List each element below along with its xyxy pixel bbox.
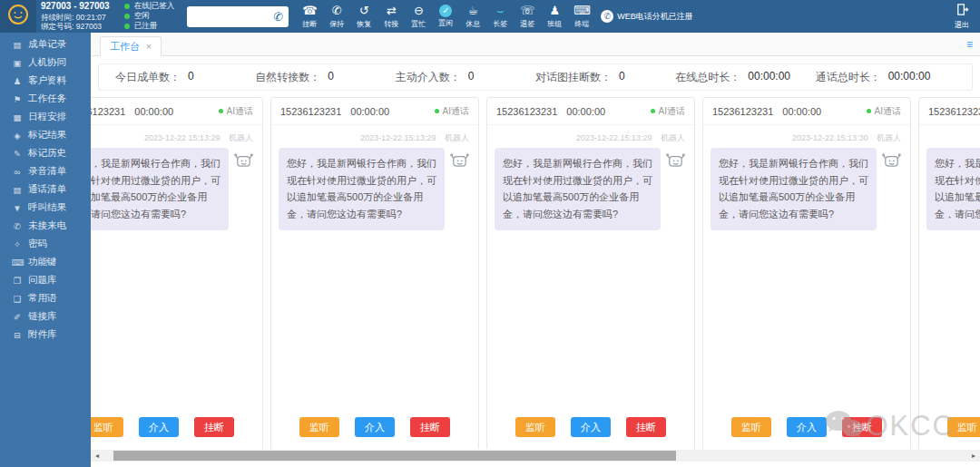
sidebar-item[interactable]: ✧ 密码 [0, 235, 91, 253]
scrollbar-thumb[interactable] [113, 451, 676, 461]
sidebar-item[interactable]: ✐ 链接库 [0, 307, 91, 326]
sidebar-item-label: 密码 [28, 238, 47, 250]
scroll-right-arrow-icon[interactable]: ▸ [967, 450, 980, 462]
agent-avatar [0, 0, 36, 33]
sidebar-item[interactable]: ▦ 日程安排 [0, 108, 91, 126]
sidebar-item[interactable]: ▤ 成单记录 [0, 35, 91, 54]
stat-value: 0 [188, 70, 194, 85]
tab-close-icon[interactable]: × [146, 42, 152, 52]
sidebar-item[interactable]: ⚑ 工作任务 [0, 90, 91, 108]
message-sender: 机器人 [877, 133, 901, 142]
intervene-button[interactable]: 介入 [139, 417, 179, 437]
monitor-button[interactable]: 监听 [91, 417, 123, 437]
stat-value: 0 [468, 70, 475, 85]
message-meta: 2023-12-22 15:13:30 机器人 [926, 132, 980, 144]
telephony-action-button[interactable]: ⌨ 终端 [568, 4, 595, 29]
sidebar-item-label: 通话清单 [28, 183, 66, 196]
intervene-button[interactable]: 介入 [787, 417, 827, 437]
telephony-action-button[interactable]: ☎ 挂断 [296, 4, 323, 29]
message-timestamp: 2023-12-22 15:13:29 [576, 133, 652, 142]
call-card-header: 15236123231 00:00:00 AI通话 [703, 98, 910, 125]
telephony-action-label: 终端 [568, 19, 595, 29]
tab-menu-icon[interactable]: ≡ [966, 39, 973, 50]
intervene-button[interactable]: 介入 [355, 417, 395, 437]
hangup-button[interactable]: 挂断 [410, 417, 450, 437]
terminal-icon: ⌨ [568, 4, 595, 18]
intervene-button[interactable]: 介入 [571, 417, 611, 437]
sidebar-item[interactable]: ▣ 人机协同 [0, 54, 91, 72]
sidebar-item[interactable]: ◈ 标记结果 [0, 126, 91, 144]
hold-call-icon: ✆ [323, 4, 350, 18]
call-card-header: 15236123231 00:00:00 AI通话 [271, 98, 478, 125]
sidebar-item-label: 常用语 [28, 292, 57, 305]
status-dot-icon [124, 24, 130, 29]
message-meta: 2023-12-22 15:13:30 机器人 [710, 132, 901, 144]
sidebar-item[interactable]: ▤ 通话清单 [0, 180, 91, 199]
logout-button[interactable]: 退出 [955, 3, 969, 30]
monitor-button[interactable]: 监听 [947, 417, 980, 437]
telephony-action-label: 班组 [541, 19, 568, 29]
message-row: 您好，我是新网银行合作商，我们现在针对使用过微业贷的用户，可以追加笔最高500万… [91, 148, 255, 230]
stat-label: 通话总时长： [816, 70, 881, 85]
status-label: 已注册 [134, 21, 158, 32]
telephony-action-button[interactable]: ☕ 休息 [459, 4, 486, 29]
telephony-action-button[interactable]: ✓ 置闲 [432, 4, 459, 29]
sidebar-item[interactable]: ▼ 呼叫结果 [0, 199, 91, 217]
sidebar: ▤ 成单记录 ▣ 人机协同 ♟ 客户资料 ⚑ 工作任务 ▦ 日程安排 ◈ 标记结… [0, 33, 91, 467]
telephony-action-label: 置忙 [405, 19, 432, 29]
sidebar-item[interactable]: ✆ 未接来电 [0, 217, 91, 235]
robot-avatar-icon [233, 148, 255, 174]
telephony-action-button[interactable]: ⌣ 长签 [486, 4, 514, 29]
hangup-button[interactable]: 挂断 [626, 417, 666, 437]
monitor-button[interactable]: 监听 [731, 417, 771, 437]
message-sender: 机器人 [445, 133, 469, 142]
telephony-action-button[interactable]: ☏ 退签 [514, 4, 541, 29]
link-lib-icon: ✐ [12, 312, 23, 322]
dial-call-icon[interactable]: ✆ [271, 10, 289, 24]
chat-area: 2023-12-22 15:13:29 机器人 您好，我是新网银行合作商，我们现… [487, 125, 694, 408]
scroll-left-arrow-icon[interactable]: ◂ [91, 450, 103, 462]
stat-value: 0 [328, 70, 334, 85]
sidebar-item[interactable]: ⌨ 功能键 [0, 253, 91, 271]
sidebar-item[interactable]: ❑ 常用语 [0, 289, 91, 307]
telephony-action-label: 恢复 [350, 19, 377, 29]
dial-number-input[interactable] [187, 8, 271, 25]
message-meta: 2023-12-22 15:13:29 机器人 [91, 132, 253, 144]
monitor-button[interactable]: 监听 [299, 417, 339, 437]
telephony-action-button[interactable]: ♟ 班组 [541, 4, 568, 29]
telephony-action-button[interactable]: ⊖ 置忙 [405, 4, 432, 29]
agent-duration: 持续时间: 00:21:07 [41, 13, 110, 23]
sidebar-item[interactable]: ♟ 客户资料 [0, 72, 91, 90]
stat-value: 00:00:00 [888, 70, 931, 85]
call-card: 15236123231 00:00:00 AI通话 2023-12-22 15:… [702, 97, 911, 449]
telephony-action-label: 转接 [377, 19, 405, 29]
stat-label: 自然转接数： [255, 70, 320, 85]
message-sender: 机器人 [229, 133, 253, 142]
caller-number: 15236123231 [91, 106, 125, 117]
function-key-icon: ⌨ [12, 258, 23, 268]
ai-call-badge-label: AI通话 [659, 105, 685, 118]
ai-call-badge-label: AI通话 [875, 105, 901, 118]
ai-call-dot-icon [435, 109, 439, 113]
set-busy-icon: ⊖ [405, 4, 432, 18]
telephony-action-button[interactable]: ↺ 恢复 [350, 4, 377, 29]
sidebar-item[interactable]: ⊟ 附件库 [0, 326, 91, 344]
tab-workbench[interactable]: 工作台 × [100, 36, 162, 56]
sidebar-item[interactable]: ❐ 问题库 [0, 271, 91, 289]
ai-call-dot-icon [651, 109, 655, 113]
transfer-icon: ⇄ [377, 4, 405, 18]
call-card-actions: 监听 介入 挂断 [271, 408, 478, 449]
agent-status-row: 空闲 [124, 12, 175, 22]
monitor-button[interactable]: 监听 [515, 417, 555, 437]
hangup-button[interactable]: 挂断 [842, 417, 882, 437]
set-idle-icon: ✓ [439, 5, 452, 17]
sidebar-item[interactable]: ∞ 录音清单 [0, 162, 91, 180]
hangup-button[interactable]: 挂断 [194, 417, 234, 437]
sidebar-item[interactable]: ✎ 标记历史 [0, 144, 91, 162]
message-timestamp: 2023-12-22 15:13:29 [360, 133, 436, 142]
telephony-action-button[interactable]: ✆ 保持 [323, 4, 350, 29]
customer-info-icon: ♟ [12, 76, 23, 86]
call-card-actions: 监听 介入 挂断 [487, 408, 694, 449]
telephony-action-button[interactable]: ⇄ 转接 [377, 4, 405, 29]
horizontal-scrollbar[interactable]: ◂ ▸ [91, 450, 980, 462]
